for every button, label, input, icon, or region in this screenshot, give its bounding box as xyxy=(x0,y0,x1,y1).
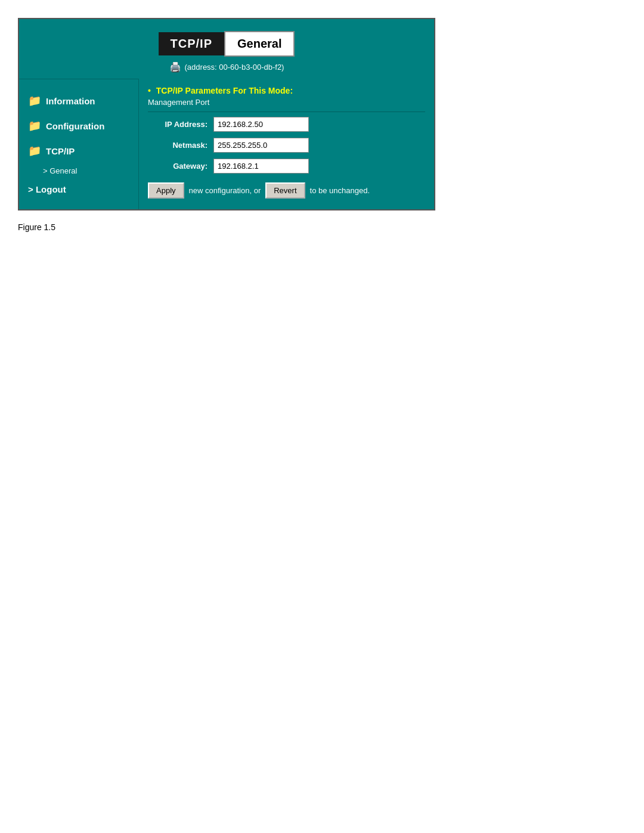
sidebar-logout[interactable]: > Logout xyxy=(25,178,132,200)
netmask-input[interactable] xyxy=(213,138,309,153)
after-text: to be unchanged. xyxy=(310,186,370,195)
sidebar: 📁 Information 📁 Configuration 📁 TCP/IP >… xyxy=(19,79,138,209)
folder-icon-configuration: 📁 xyxy=(28,119,41,132)
sidebar-item-information[interactable]: 📁 Information xyxy=(25,88,132,113)
divider xyxy=(148,112,425,112)
address-text: (address: 00-60-b3-00-db-f2) xyxy=(185,63,284,72)
apply-button[interactable]: Apply xyxy=(148,182,184,199)
header: TCP/IP General 🖨️ (address: 00-60-b3-00-… xyxy=(19,19,434,79)
sidebar-submenu-general[interactable]: > General xyxy=(25,163,132,178)
folder-icon-information: 📁 xyxy=(28,94,41,107)
sidebar-item-configuration[interactable]: 📁 Configuration xyxy=(25,113,132,138)
netmask-label: Netmask: xyxy=(148,141,213,150)
main-container: TCP/IP General 🖨️ (address: 00-60-b3-00-… xyxy=(18,18,435,210)
gateway-row: Gateway: xyxy=(148,159,425,174)
tab-general[interactable]: General xyxy=(224,31,295,57)
bullet-icon: • xyxy=(148,86,151,95)
ip-address-input[interactable] xyxy=(213,117,309,132)
action-row: Apply new configuration, or Revert to be… xyxy=(148,182,425,199)
section-subtitle: Management Port xyxy=(148,98,425,107)
revert-button[interactable]: Revert xyxy=(265,182,305,199)
section-title: • TCP/IP Parameters For This Mode: xyxy=(148,86,425,95)
gateway-input[interactable] xyxy=(213,159,309,174)
sidebar-logout-label: > Logout xyxy=(28,184,66,194)
ip-address-label: IP Address: xyxy=(148,120,213,129)
body-layout: 📁 Information 📁 Configuration 📁 TCP/IP >… xyxy=(19,79,434,209)
content-area: • TCP/IP Parameters For This Mode: Manag… xyxy=(138,79,434,209)
address-bar: 🖨️ (address: 00-60-b3-00-db-f2) xyxy=(169,61,284,73)
sidebar-item-tcpip[interactable]: 📁 TCP/IP xyxy=(25,138,132,163)
folder-icon-tcpip: 📁 xyxy=(28,144,41,157)
sidebar-item-information-label: Information xyxy=(46,96,95,106)
netmask-row: Netmask: xyxy=(148,138,425,153)
figure-caption: Figure 1.5 xyxy=(18,222,626,232)
gateway-label: Gateway: xyxy=(148,162,213,171)
tab-bar: TCP/IP General xyxy=(159,31,295,57)
ip-address-row: IP Address: xyxy=(148,117,425,132)
printer-icon: 🖨️ xyxy=(169,61,181,73)
tab-tcpip[interactable]: TCP/IP xyxy=(159,32,224,55)
sidebar-item-configuration-label: Configuration xyxy=(46,121,104,131)
between-text: new configuration, or xyxy=(189,186,261,195)
sidebar-item-tcpip-label: TCP/IP xyxy=(46,146,75,156)
